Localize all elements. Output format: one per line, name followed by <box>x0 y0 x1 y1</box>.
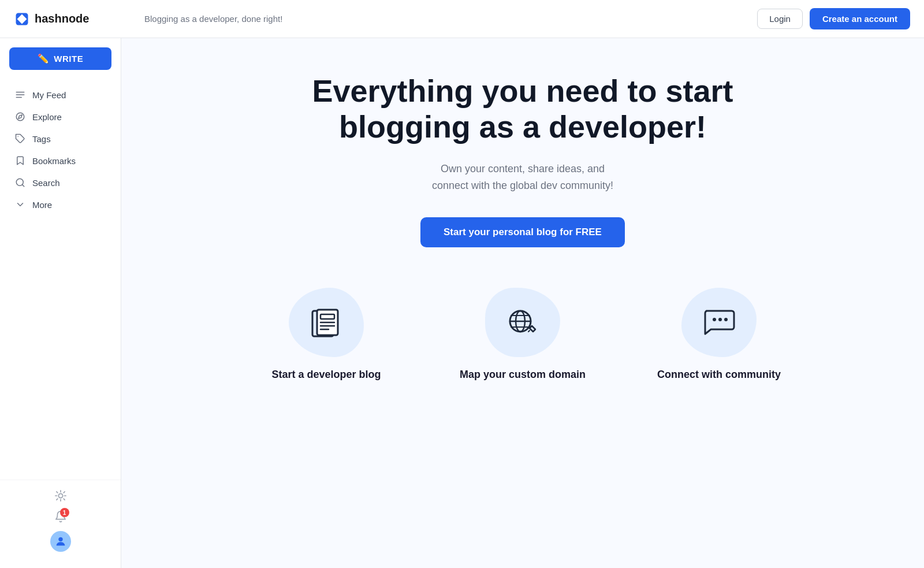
svg-point-8 <box>58 493 62 498</box>
header: hashnode Blogging as a developer, done r… <box>0 0 924 38</box>
chevron-down-icon <box>15 199 25 210</box>
cta-button[interactable]: Start your personal blog for FREE <box>420 217 625 247</box>
bookmark-icon <box>15 155 25 166</box>
feature-community: Connect with community <box>638 288 800 381</box>
nav-list: My Feed Explore <box>0 84 121 480</box>
sidebar-item-my-feed[interactable]: My Feed <box>3 84 117 106</box>
svg-line-15 <box>56 499 57 500</box>
svg-point-17 <box>58 537 62 541</box>
sidebar-item-explore[interactable]: Explore <box>3 106 117 128</box>
theme-toggle-button[interactable] <box>54 489 67 502</box>
main-content: Everything you need to start blogging as… <box>121 38 924 568</box>
feature-icon-wrap-dev-blog <box>289 288 364 357</box>
svg-point-31 <box>724 318 728 321</box>
logo-area: hashnode <box>14 11 135 27</box>
sidebar-item-search[interactable]: Search <box>3 172 117 194</box>
hero-subtitle-line2: connect with the global dev community! <box>432 180 613 191</box>
tag-icon <box>15 133 25 144</box>
nav-label-tags: Tags <box>32 134 51 144</box>
chat-icon <box>701 304 737 341</box>
header-actions: Login Create an account <box>757 8 910 29</box>
notification-badge: 1 <box>60 508 69 517</box>
sidebar: ✏️ WRITE My Feed <box>0 38 121 568</box>
user-icon <box>54 535 67 548</box>
search-icon <box>15 177 25 188</box>
feature-dev-blog: Start a developer blog <box>245 288 407 381</box>
hero-title: Everything you need to start blogging as… <box>263 73 783 144</box>
sun-icon <box>54 489 67 502</box>
svg-line-16 <box>64 492 65 493</box>
nav-label-more: More <box>32 200 52 210</box>
write-label: WRITE <box>54 54 83 64</box>
svg-point-29 <box>713 318 716 321</box>
svg-line-12 <box>64 499 65 500</box>
svg-point-4 <box>16 113 24 121</box>
layout: ✏️ WRITE My Feed <box>0 38 924 568</box>
avatar[interactable] <box>50 531 71 552</box>
feature-label-community: Connect with community <box>657 369 781 381</box>
feature-icon-wrap-community <box>681 288 757 357</box>
feature-label-custom-domain: Map your custom domain <box>460 369 586 381</box>
lines-icon <box>15 90 25 100</box>
nav-label-explore: Explore <box>32 112 62 122</box>
sidebar-item-tags[interactable]: Tags <box>3 128 117 150</box>
newspaper-icon <box>308 304 345 341</box>
nav-label-my-feed: My Feed <box>32 90 66 100</box>
header-tagline: Blogging as a developer, done right! <box>135 14 757 24</box>
compass-icon <box>15 112 25 122</box>
svg-point-30 <box>718 318 722 321</box>
hashnode-logo-icon <box>14 11 30 27</box>
logo-text: hashnode <box>35 12 89 25</box>
notifications-button[interactable]: 1 <box>54 510 67 523</box>
sidebar-item-more[interactable]: More <box>3 194 117 216</box>
feature-label-dev-blog: Start a developer blog <box>271 369 381 381</box>
sidebar-item-bookmarks[interactable]: Bookmarks <box>3 150 117 172</box>
feature-icon-wrap-custom-domain <box>485 288 560 357</box>
nav-label-bookmarks: Bookmarks <box>32 156 76 166</box>
hero-subtitle-line1: Own your content, share ideas, and <box>441 163 605 175</box>
login-button[interactable]: Login <box>757 9 803 29</box>
features-section: Start a developer blog <box>205 288 840 381</box>
pencil-icon: ✏️ <box>38 53 50 64</box>
nav-label-search: Search <box>32 178 60 188</box>
svg-line-11 <box>56 492 57 493</box>
svg-line-7 <box>22 184 24 186</box>
write-button[interactable]: ✏️ WRITE <box>9 47 111 70</box>
hero-subtitle: Own your content, share ideas, and conne… <box>263 161 783 194</box>
sidebar-bottom: 1 <box>0 480 121 559</box>
hero-section: Everything you need to start blogging as… <box>263 73 783 247</box>
create-account-button[interactable]: Create an account <box>810 8 910 29</box>
feature-custom-domain: Map your custom domain <box>442 288 603 381</box>
globe-edit-icon <box>504 304 541 341</box>
